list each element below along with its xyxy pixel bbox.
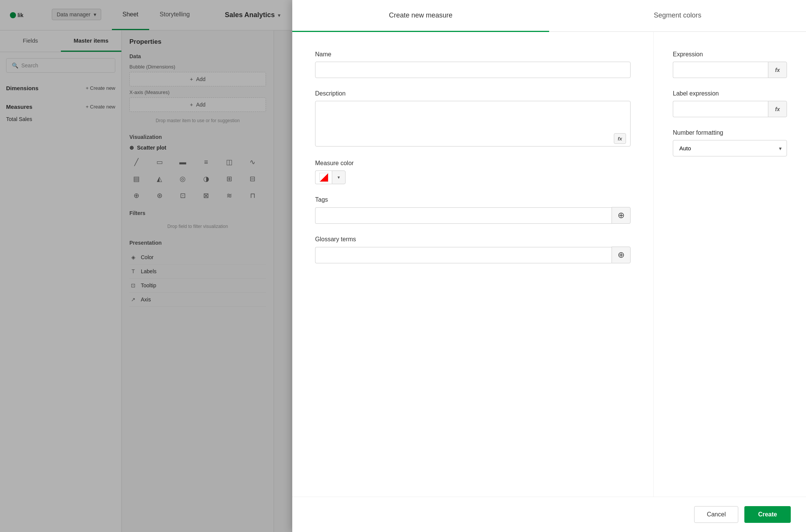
- glossary-form-group: Glossary terms ⊕: [315, 236, 631, 263]
- measure-color-label: Measure color: [315, 160, 631, 167]
- description-wrapper: fx: [315, 101, 631, 148]
- label-expression-input-wrapper: fx: [673, 101, 787, 117]
- tags-input-row: ⊕: [315, 207, 631, 224]
- tags-form-group: Tags ⊕: [315, 196, 631, 224]
- name-input[interactable]: [315, 62, 631, 78]
- name-form-group: Name: [315, 51, 631, 78]
- expression-label: Expression: [673, 51, 787, 58]
- color-swatch-inner: [319, 173, 328, 182]
- name-label: Name: [315, 51, 631, 58]
- modal-left-column: Name Description fx Measure color: [292, 32, 654, 497]
- color-dropdown-button[interactable]: ▾: [332, 170, 346, 184]
- tab-segment-colors-label: Segment colors: [654, 11, 701, 19]
- modal-right-column: Expression fx Label expression fx: [654, 32, 806, 497]
- description-fx-button[interactable]: fx: [614, 133, 626, 144]
- description-textarea[interactable]: [315, 101, 631, 147]
- tags-input[interactable]: [315, 207, 612, 224]
- tab-create-measure-label: Create new measure: [389, 11, 452, 19]
- expression-form-group: Expression fx: [673, 51, 787, 78]
- glossary-input-row: ⊕: [315, 247, 631, 263]
- label-expression-input[interactable]: [673, 101, 768, 117]
- number-formatting-group: Number formatting Auto ▾: [673, 129, 787, 156]
- tags-add-button[interactable]: ⊕: [612, 207, 631, 224]
- label-expression-label: Label expression: [673, 90, 787, 97]
- glossary-label: Glossary terms: [315, 236, 631, 243]
- cancel-button[interactable]: Cancel: [694, 506, 738, 523]
- tags-add-icon: ⊕: [618, 210, 624, 220]
- tab-segment-colors[interactable]: Segment colors: [549, 0, 806, 32]
- description-form-group: Description fx: [315, 90, 631, 148]
- tags-label: Tags: [315, 196, 631, 203]
- create-measure-modal: Create new measure Segment colors Name D…: [292, 0, 806, 532]
- create-button[interactable]: Create: [744, 506, 791, 523]
- color-swatch[interactable]: [315, 170, 332, 184]
- number-format-select[interactable]: Auto: [673, 140, 787, 156]
- expression-input-wrapper: fx: [673, 62, 787, 78]
- glossary-input[interactable]: [315, 247, 612, 263]
- glossary-add-icon: ⊕: [618, 250, 624, 260]
- modal-body: Name Description fx Measure color: [292, 32, 806, 497]
- label-expression-fx-button[interactable]: fx: [768, 101, 787, 117]
- expression-fx-button[interactable]: fx: [768, 62, 787, 78]
- glossary-add-button[interactable]: ⊕: [612, 247, 631, 263]
- modal-footer: Cancel Create: [292, 497, 806, 532]
- number-format-select-wrapper: Auto ▾: [673, 140, 787, 156]
- number-formatting-label: Number formatting: [673, 129, 787, 136]
- label-expression-form-group: Label expression fx: [673, 90, 787, 117]
- color-picker-row: ▾: [315, 170, 631, 184]
- expression-input[interactable]: [673, 62, 768, 78]
- tab-create-measure[interactable]: Create new measure: [292, 0, 549, 32]
- modal-tabs: Create new measure Segment colors: [292, 0, 806, 32]
- measure-color-group: Measure color ▾: [315, 160, 631, 184]
- description-label: Description: [315, 90, 631, 97]
